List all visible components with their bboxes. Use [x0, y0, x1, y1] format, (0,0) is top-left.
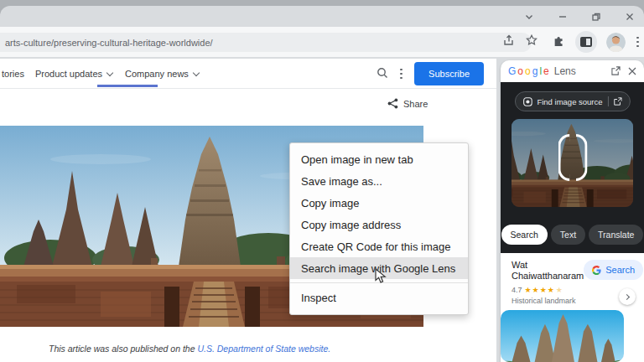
profile-avatar[interactable]	[606, 33, 626, 52]
lens-tab-text[interactable]: Text	[551, 225, 585, 245]
open-in-new-icon[interactable]	[614, 97, 622, 106]
find-image-source-label: Find image source	[537, 97, 602, 106]
address-bar-url: arts-culture/preserving-cultural-heritag…	[5, 38, 213, 48]
active-tab-underline	[97, 85, 158, 87]
lens-selection-brackets[interactable]	[558, 134, 587, 181]
browser-more-options-icon[interactable]	[635, 37, 641, 48]
image-context-menu: Open image in new tab Save image as... C…	[289, 142, 469, 315]
lens-mode-tabs: Search Text Translate	[501, 225, 644, 245]
window-menu-chevron-icon[interactable]	[523, 11, 535, 23]
lens-close-icon[interactable]	[628, 64, 636, 79]
google-search-button[interactable]: Search	[584, 260, 643, 280]
article-footnote: This article was also published on the U…	[49, 344, 330, 354]
lens-icon	[522, 97, 532, 106]
nav-item-company-news[interactable]: Company news	[125, 69, 199, 79]
menu-item-create-qr-code[interactable]: Create QR Code for this image	[290, 235, 468, 257]
menu-item-copy-image[interactable]: Copy image	[290, 192, 468, 214]
nav-item-stories[interactable]: tories	[2, 69, 24, 79]
subscribe-button[interactable]: Subscribe	[414, 62, 484, 85]
share-control[interactable]: Share	[387, 98, 428, 109]
pill-divider	[608, 96, 609, 106]
share-export-icon[interactable]	[502, 34, 516, 50]
result-name-line2: Chaiwatthanaram	[512, 271, 584, 282]
result-name-line1: Wat	[512, 260, 584, 271]
carousel-next-button[interactable]	[619, 288, 636, 305]
lens-tab-search[interactable]: Search	[501, 225, 548, 245]
chevron-down-icon	[193, 69, 200, 75]
chevron-right-icon	[623, 293, 629, 299]
lens-results: Wat Chaiwatthanaram 4.7 ★★★★★ Historical…	[501, 253, 644, 362]
share-icon	[387, 98, 398, 109]
chevron-down-icon	[106, 69, 113, 75]
footnote-link[interactable]: U.S. Department of State website.	[197, 344, 330, 354]
google-lens-panel: Google Lens Find image source	[501, 60, 644, 362]
window-restore-icon[interactable]	[590, 11, 602, 23]
open-in-new-icon[interactable]	[611, 64, 621, 79]
extensions-puzzle-icon[interactable]	[553, 34, 566, 50]
google-g-icon	[592, 266, 601, 275]
result-rating: 4.7 ★★★★★	[512, 286, 584, 294]
menu-item-copy-image-address[interactable]: Copy image address	[290, 214, 468, 235]
related-image-thumbnail[interactable]	[501, 310, 624, 362]
site-search-icon[interactable]	[377, 67, 388, 80]
address-bar[interactable]: arts-culture/preserving-cultural-heritag…	[0, 33, 532, 52]
window-titlebar	[0, 6, 644, 27]
find-image-source-button[interactable]: Find image source	[514, 91, 630, 111]
header-divider	[0, 88, 496, 89]
lens-panel-header: Google Lens	[501, 60, 644, 82]
nav-item-product-updates[interactable]: Product updates	[35, 69, 112, 79]
google-search-button-label: Search	[605, 265, 635, 275]
browser-toolbar: arts-culture/preserving-cultural-heritag…	[0, 27, 644, 57]
window-close-icon[interactable]	[624, 11, 636, 23]
lens-image-preview[interactable]	[512, 119, 633, 207]
share-label: Share	[403, 99, 428, 109]
mouse-cursor	[375, 268, 389, 287]
lens-capture-area: Find image source Search Text Translate	[501, 82, 644, 253]
lens-tab-translate[interactable]: Translate	[589, 225, 643, 245]
site-more-options-icon[interactable]	[398, 69, 404, 80]
star-rating-icons: ★★★★	[525, 286, 555, 294]
google-logo: G	[508, 65, 516, 77]
side-panel-icon[interactable]	[575, 31, 597, 53]
lens-title: Lens	[554, 65, 609, 77]
screenshot-stage: arts-culture/preserving-cultural-heritag…	[0, 0, 644, 362]
result-category: Historical landmark	[512, 297, 584, 305]
bookmark-star-icon[interactable]	[525, 34, 538, 50]
window-minimize-icon[interactable]	[557, 11, 569, 23]
menu-item-save-image-as[interactable]: Save image as...	[290, 170, 468, 192]
footnote-text: This article was also published on the	[49, 344, 197, 354]
menu-item-inspect[interactable]: Inspect	[290, 287, 468, 308]
menu-item-open-image-new-tab[interactable]: Open image in new tab	[290, 148, 468, 170]
site-navigation: tories Product updates Company news Subs…	[0, 59, 496, 89]
